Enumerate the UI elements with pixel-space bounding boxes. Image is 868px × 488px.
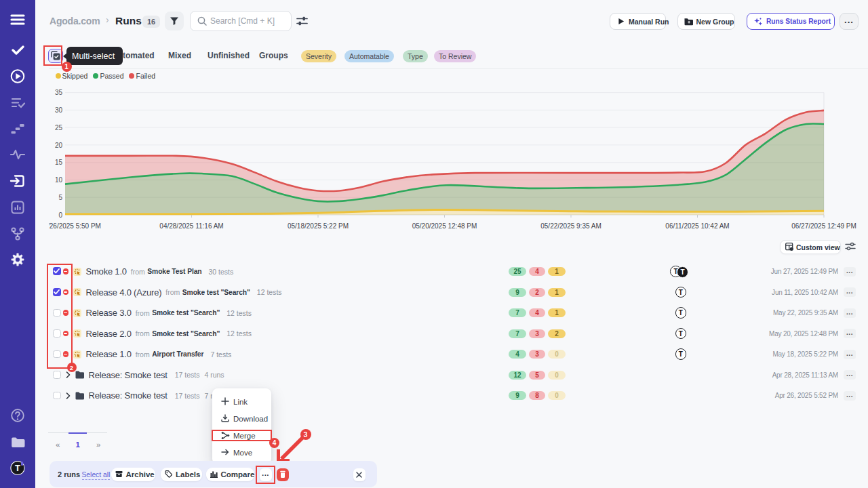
svg-text:15: 15 <box>55 159 63 166</box>
svg-text:04/28/2025 11:16 AM: 04/28/2025 11:16 AM <box>159 222 223 230</box>
svg-text:05/22/2025 9:35 AM: 05/22/2025 9:35 AM <box>540 222 601 230</box>
svg-text:0: 0 <box>58 211 62 219</box>
svg-text:T: T <box>15 463 20 473</box>
svg-text:06/27/2025 12:49 PM: 06/27/2025 12:49 PM <box>791 222 856 230</box>
svg-text:25: 25 <box>55 124 63 131</box>
svg-text:10: 10 <box>55 176 63 184</box>
svg-text:05/20/2025 12:48 PM: 05/20/2025 12:48 PM <box>412 222 477 230</box>
svg-text:/26/2025 5:50 PM: /26/2025 5:50 PM <box>49 222 101 230</box>
svg-text:35: 35 <box>55 89 63 96</box>
svg-text:5: 5 <box>58 194 62 201</box>
svg-text:30: 30 <box>55 106 63 114</box>
svg-text:20: 20 <box>55 142 63 149</box>
svg-text:06/11/2025 10:42 AM: 06/11/2025 10:42 AM <box>665 222 729 230</box>
svg-text:05/18/2025 5:22 PM: 05/18/2025 5:22 PM <box>288 222 349 230</box>
